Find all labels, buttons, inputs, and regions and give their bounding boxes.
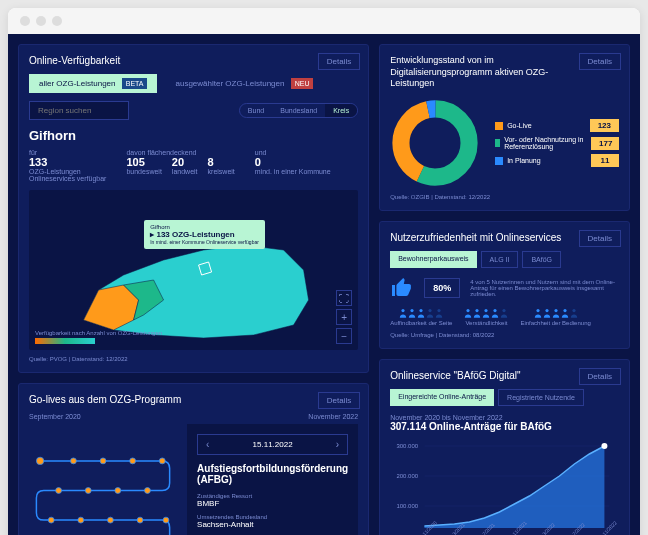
details-button[interactable]: Details: [318, 392, 360, 409]
details-button[interactable]: Details: [579, 368, 621, 385]
svg-point-43: [602, 443, 608, 449]
stat-label: davon flächendeckend: [126, 149, 234, 156]
stat-label: Onlineservices verfügbar: [29, 175, 106, 182]
legend-item: Go-Live 123: [495, 119, 619, 132]
stat-label: für: [29, 149, 106, 156]
legend-swatch: [495, 139, 500, 147]
person-icon: [482, 308, 490, 318]
metric-understandability: Verständlichkeit: [464, 308, 508, 326]
zoom-out-button[interactable]: −: [336, 328, 352, 344]
source-text: Quelle: PVOG | Datenstand: 12/2022: [29, 356, 358, 362]
stat-value: 133: [29, 156, 106, 168]
zoom-in-button[interactable]: +: [336, 309, 352, 325]
metric-label: Auffindbarkeit der Seite: [390, 320, 452, 326]
legend-swatch: [495, 157, 503, 165]
metric-label: Einfachheit der Bedienung: [520, 320, 590, 326]
timeline-svg: [29, 424, 177, 535]
svg-point-13: [163, 517, 169, 523]
rating-description: 4 von 5 Nutzerinnen und Nutzern sind mit…: [470, 279, 619, 297]
svg-point-25: [429, 309, 432, 312]
svg-point-8: [56, 488, 62, 494]
person-icon: [543, 308, 551, 318]
legend-label: Go-Live: [507, 122, 532, 129]
person-icon: [408, 308, 416, 318]
person-icon: [491, 308, 499, 318]
tooltip-sub: In mind. einer Kommune Onlineservice ver…: [150, 239, 259, 245]
svg-point-24: [420, 309, 423, 312]
person-icon: [417, 308, 425, 318]
person-icon: [534, 308, 542, 318]
person-icon: [570, 308, 578, 318]
fullscreen-button[interactable]: ⛶: [336, 290, 352, 306]
person-icon: [561, 308, 569, 318]
svg-point-34: [554, 309, 557, 312]
details-button[interactable]: Details: [579, 53, 621, 70]
svg-point-0: [36, 457, 43, 464]
svg-point-1: [70, 458, 76, 464]
map-svg: [29, 190, 358, 350]
golive-detail-card: ‹ 15.11.2022 › Aufstiegsfortbildungsförd…: [187, 424, 358, 535]
service-tab-bafog[interactable]: BAföG: [522, 251, 561, 268]
svg-point-32: [536, 309, 539, 312]
tab-all-services[interactable]: aller OZG-Leistungen BETA: [29, 74, 157, 93]
timeline-end: November 2022: [308, 413, 358, 420]
toggle-bundesland[interactable]: Bundesland: [272, 104, 325, 117]
metric-ease: Einfachheit der Bedienung: [520, 308, 590, 326]
legend-item: Vor- oder Nachnutzung in Referenzlösung …: [495, 136, 619, 150]
stat-label: bundesweit: [126, 168, 161, 175]
service-tab-park[interactable]: Bewohnerparkausweis: [390, 251, 476, 268]
svg-point-27: [467, 309, 470, 312]
stat-label: OZG-Leistungen: [29, 168, 106, 175]
person-icon: [435, 308, 443, 318]
new-badge: NEU: [291, 78, 314, 89]
metric-label: Verständlichkeit: [465, 320, 507, 326]
details-button[interactable]: Details: [318, 53, 360, 70]
window-dot: [36, 16, 46, 26]
legend-label: Verfügbarkeit nach Anzahl von OZG-Leistu…: [35, 330, 162, 336]
thumbs-up-icon: [390, 276, 414, 300]
stat-value: 0: [255, 156, 331, 168]
region-search-input[interactable]: [29, 101, 129, 120]
svg-point-5: [144, 488, 150, 494]
svg-point-26: [438, 309, 441, 312]
svg-point-30: [494, 309, 497, 312]
svg-point-2: [100, 458, 106, 464]
bafog-tab-users[interactable]: Registrierte Nutzende: [498, 389, 584, 406]
stat-label: mind. in einer Kommune: [255, 168, 331, 175]
svg-point-36: [572, 309, 575, 312]
svg-point-4: [159, 458, 165, 464]
legend-value: 123: [590, 119, 619, 132]
area-chart: 300.000 200.000 100.000 11/2020 3/2021 7…: [390, 438, 619, 535]
toggle-kreis[interactable]: Kreis: [325, 104, 357, 117]
chart-range: November 2020 bis November 2022: [390, 414, 619, 421]
svg-point-35: [563, 309, 566, 312]
svg-text:300.000: 300.000: [397, 443, 419, 449]
bafog-tab-applications[interactable]: Eingereichte Online-Anträge: [390, 389, 494, 406]
legend-item: In Planung 11: [495, 154, 619, 167]
person-icon: [473, 308, 481, 318]
toggle-bund[interactable]: Bund: [240, 104, 272, 117]
service-tab-alg[interactable]: ALG II: [481, 251, 519, 268]
tooltip-value: 133 OZG-Leistungen: [156, 230, 234, 239]
beta-badge: BETA: [122, 78, 148, 89]
timeline-chart[interactable]: [29, 424, 177, 535]
legend-value: 177: [591, 137, 619, 150]
legend-label: In Planung: [507, 157, 540, 164]
person-icon: [552, 308, 560, 318]
panel-title: Go-lives aus dem OZG-Programm: [29, 394, 358, 405]
level-toggle: Bund Bundesland Kreis: [239, 103, 358, 118]
choropleth-map[interactable]: Gifhorn ▸ 133 OZG-Leistungen In mind. ei…: [29, 190, 358, 350]
donut-chart: [390, 98, 480, 188]
prev-arrow[interactable]: ‹: [206, 439, 209, 450]
details-button[interactable]: Details: [579, 230, 621, 247]
svg-point-31: [503, 309, 506, 312]
map-tooltip: Gifhorn ▸ 133 OZG-Leistungen In mind. ei…: [144, 220, 265, 249]
svg-point-29: [485, 309, 488, 312]
tab-selected-services[interactable]: ausgewählter OZG-Leistungen NEU: [165, 74, 323, 93]
person-icon: [399, 308, 407, 318]
window-dot: [20, 16, 30, 26]
svg-point-7: [85, 488, 91, 494]
field-value: Sachsen-Anhalt: [197, 520, 348, 529]
next-arrow[interactable]: ›: [336, 439, 339, 450]
stat-label: landweit: [172, 168, 198, 175]
